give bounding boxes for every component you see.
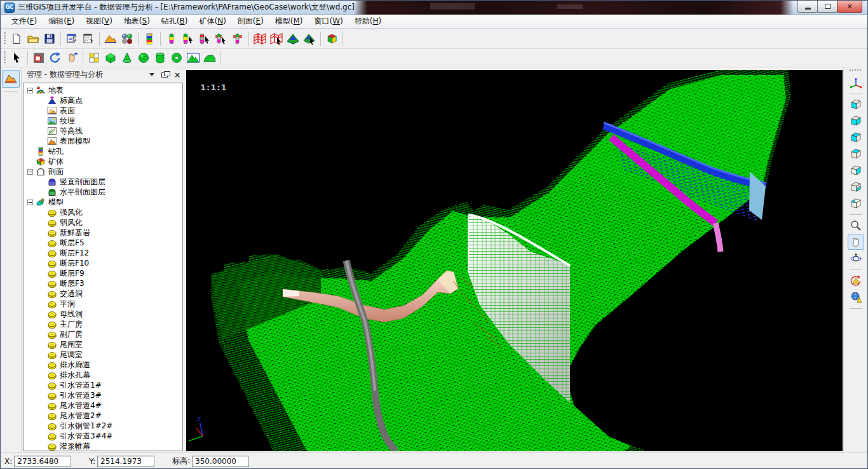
tree-item[interactable]: 引水管道3#4# <box>24 431 182 441</box>
menu-item[interactable]: 文件(F) <box>6 15 43 28</box>
view-front-button[interactable] <box>848 97 864 112</box>
tree-item[interactable]: 副厂房 <box>24 329 182 339</box>
section-select-button[interactable] <box>268 31 285 47</box>
tree-item[interactable]: 表面模型 <box>24 136 182 146</box>
pan-move-button[interactable] <box>64 50 80 66</box>
view-right-button[interactable] <box>848 163 864 178</box>
menu-item[interactable]: 地表(S) <box>118 15 156 28</box>
menu-item[interactable]: 帮助(H) <box>349 15 387 28</box>
pan-tool-button[interactable] <box>848 234 864 250</box>
primitive-cube-button[interactable] <box>102 50 119 66</box>
restore-button[interactable] <box>817 1 837 13</box>
view-iso-button[interactable] <box>848 196 864 211</box>
primitive-torus-button[interactable] <box>168 50 185 66</box>
tree-item[interactable]: 断层F3 <box>24 278 182 289</box>
tree-expand-toggle[interactable] <box>27 88 33 93</box>
report-edit-button[interactable] <box>80 31 97 47</box>
orebody-view-button[interactable] <box>285 31 301 47</box>
save-file-button[interactable] <box>41 31 58 47</box>
tree-item[interactable]: 纹理 <box>24 116 182 126</box>
tree-item[interactable]: 平洞 <box>24 299 182 309</box>
menu-item[interactable]: 矿体(N) <box>193 15 231 28</box>
tree-item[interactable]: 强风化 <box>24 207 182 217</box>
tree-item[interactable]: 断层F12 <box>24 248 182 258</box>
panel-close-button[interactable]: × <box>173 71 182 79</box>
menu-item[interactable]: 窗口(W) <box>309 15 349 28</box>
menu-item[interactable]: 编辑(E) <box>43 15 80 28</box>
tree-item[interactable]: 母线洞 <box>24 309 182 319</box>
surface-view-button[interactable] <box>102 31 119 47</box>
borehole-select-button[interactable] <box>180 31 196 47</box>
tree-item[interactable]: 尾调室 <box>24 350 182 360</box>
tree-item[interactable]: 钻孔 <box>24 146 182 156</box>
orebody-select-button[interactable] <box>301 31 318 47</box>
surface-analysis-button[interactable] <box>2 70 20 88</box>
primitive-wedge-button[interactable] <box>201 50 218 66</box>
tree-item[interactable]: 断层F9 <box>24 268 182 278</box>
tree-item[interactable]: 尾水管道2# <box>24 411 182 421</box>
view-front-top-button[interactable] <box>848 130 864 145</box>
borehole-delete-button[interactable] <box>229 31 246 47</box>
tree-item[interactable]: 引水管道1# <box>24 380 182 390</box>
borehole-legend-button[interactable] <box>141 31 158 47</box>
borehole-delete-select-button[interactable] <box>213 31 229 47</box>
tree-item[interactable]: 新鲜基岩 <box>24 228 182 238</box>
toolbar-grip[interactable] <box>4 32 6 45</box>
primitive-sphere-button[interactable] <box>135 50 152 66</box>
panel-menu-button[interactable] <box>147 71 156 79</box>
orbit-tool-button[interactable] <box>848 251 864 266</box>
new-file-button[interactable] <box>8 31 25 47</box>
axis-3d-button[interactable] <box>848 74 864 90</box>
walkthrough-tool-button[interactable] <box>848 290 864 305</box>
tree-expand-toggle[interactable] <box>27 200 33 205</box>
primitive-cylinder-button[interactable] <box>152 50 168 66</box>
tree-item[interactable]: 断层F5 <box>24 238 182 248</box>
primitive-cone-button[interactable] <box>119 50 135 66</box>
borehole-edit-button[interactable] <box>196 31 213 47</box>
tree-item[interactable]: 等高线 <box>24 126 182 136</box>
material-spheres-button[interactable] <box>119 31 135 47</box>
menu-item[interactable]: 模型(M) <box>269 15 309 28</box>
section-view-button[interactable] <box>252 31 268 47</box>
tree-item[interactable]: 排水廊道 <box>24 360 182 370</box>
view-bottom-button[interactable] <box>848 179 864 194</box>
report-view-button[interactable] <box>64 31 80 47</box>
rotate-view-button[interactable] <box>47 50 64 66</box>
menu-item[interactable]: 视图(V) <box>80 15 118 28</box>
menu-item[interactable]: 剖面(E) <box>232 15 269 28</box>
borehole-add-button[interactable] <box>163 31 180 47</box>
tree-item[interactable]: 模型 <box>24 197 182 207</box>
close-button[interactable]: ✕ <box>837 1 862 13</box>
titlebar[interactable]: GC 三维GIS项目开发平台 - 数据管理与分析 - [E:\Framework… <box>1 1 867 15</box>
tree-item[interactable]: 竖直剖面图层 <box>24 177 182 187</box>
tree-item[interactable]: 矿体 <box>24 156 182 167</box>
viewport-3d[interactable]: 1:1:1 <box>186 70 843 451</box>
zoom-tool-button[interactable] <box>848 218 864 233</box>
select-arrow-button[interactable] <box>8 50 25 66</box>
tree-item[interactable]: 表面 <box>24 105 182 116</box>
panel-float-button[interactable] <box>160 71 169 79</box>
texture-grid-button[interactable] <box>86 50 102 66</box>
view-top-button[interactable] <box>848 146 864 161</box>
tree-item[interactable]: 主厂房 <box>24 319 182 329</box>
tree-item[interactable]: 水平剖面图层 <box>24 187 182 197</box>
tree-item[interactable]: 剖面 <box>24 167 182 177</box>
color-cube-button[interactable] <box>323 31 340 47</box>
panel-header[interactable]: 管理 - 数据管理与分析 × <box>22 67 185 82</box>
tree-item[interactable]: 排水孔幕 <box>24 370 182 380</box>
open-file-button[interactable] <box>25 31 41 47</box>
tree-item[interactable]: 弱风化 <box>24 217 182 228</box>
tree-item[interactable]: 尾闸室 <box>24 339 182 350</box>
tree-item[interactable]: 引水管道3# <box>24 390 182 400</box>
spin-tool-button[interactable] <box>848 273 864 289</box>
view-left-button[interactable] <box>848 113 864 128</box>
tree-item[interactable]: 交通洞 <box>24 289 182 299</box>
tree-item[interactable]: 引水钢管1#2# <box>24 421 182 431</box>
tree-item[interactable]: 标高点 <box>24 95 182 105</box>
zoom-window-button[interactable] <box>31 50 47 66</box>
surface-box-button[interactable] <box>185 50 201 66</box>
toolbar-grip[interactable] <box>4 51 6 64</box>
menu-item[interactable]: 钻孔(B) <box>156 15 194 28</box>
tree-item[interactable]: 断层F10 <box>24 258 182 268</box>
minimize-button[interactable] <box>797 1 818 13</box>
